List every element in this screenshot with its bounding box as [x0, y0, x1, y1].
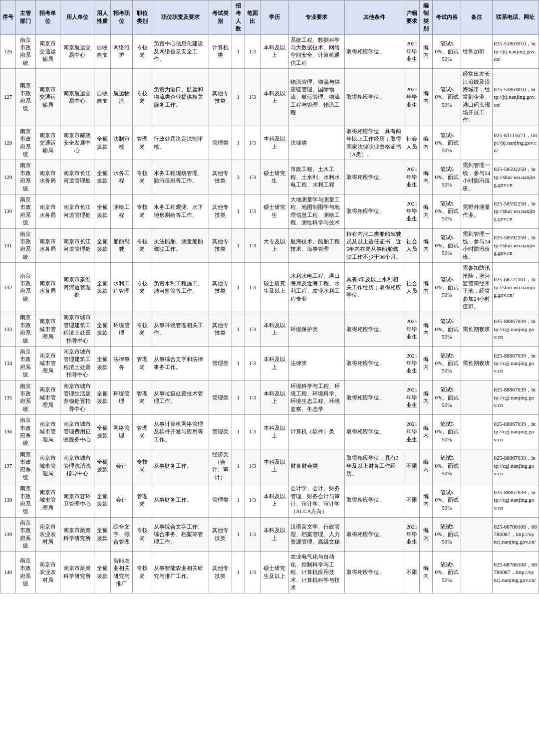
cell-major: 会计学、会计、财务管理、财务会计与审计、审计学、审计学（ACCA方向） [288, 483, 344, 518]
cell-edu: 本科及以上 [260, 69, 288, 126]
cell-ratio: 1∶3 [245, 415, 260, 449]
cell-cat: 专技岗 [132, 160, 152, 194]
cell-ratio: 1∶3 [245, 69, 260, 126]
cell-num: 3 [232, 160, 245, 194]
table-row: 140南京市政府系统南京市农业农村局南京市蔬菜科学研究所全额拨款智能农业相关研究… [0, 552, 539, 593]
cell-exam2: 笔试50%、面试50% [433, 347, 461, 381]
cell-exam: 管理类 [209, 126, 232, 160]
table-row: 129南京市政府系统南京市水务局南京市长江河道管理处全额拨款水务工程专技岗水务工… [0, 160, 539, 194]
cell-unit: 南京市蔬菜科学研究所 [60, 517, 94, 552]
cell-sys: 南京市政府系统 [16, 517, 35, 552]
cell-edu: 硕士研究生 [260, 194, 288, 228]
header-contact: 联系电话、网址 [492, 0, 539, 35]
cell-major: 环境保护类 [288, 312, 344, 347]
cell-note: 需参加防汛抢险，涉河监管需经常下地，经常参加24小时值班。 [461, 263, 492, 312]
cell-ratio: 1∶3 [245, 263, 260, 312]
cell-no: 134 [0, 347, 16, 381]
cell-other: 取得相应学位。 [344, 483, 404, 518]
header-huji: 户籍要求 [404, 0, 420, 35]
table-row: 132南京市政府系统南京市水务局南京市秦淮河河道管理处全额拨款水利工程管理专技岗… [0, 263, 539, 312]
cell-duty: 从事计算机网络管理及软件开发与应用等工作。 [152, 415, 209, 449]
cell-sys: 南京市政府系统 [16, 194, 35, 228]
header-exam: 考试类别 [209, 0, 232, 35]
cell-dept: 南京市城市管理局 [35, 347, 60, 381]
cell-bianzhi: 编内 [420, 552, 433, 593]
cell-ratio: 1∶3 [245, 347, 260, 381]
cell-cat: 专技岗 [132, 194, 152, 228]
cell-other: 取得相应学位，具有3年及以上财务工作经历。 [344, 449, 404, 483]
cell-major: 汉语言文学、行政管理、档案管理、人力资源管理、高级文秘 [288, 517, 344, 552]
cell-exam: 管理类 [209, 380, 232, 415]
cell-pos: 水利工程管理 [110, 263, 132, 312]
table-row: 135南京市政府系统南京市城市管理局南京市城市管理生活废弃物处置指导中心全额拨款… [0, 380, 539, 415]
header-row: 序号 主管部门 招考单位 用人单位 用人性质 招考职位 职位类别 职位职责及要求… [0, 0, 539, 35]
cell-num: 1 [232, 552, 245, 593]
table-row: 139南京市政府系统南京市农业农村局南京市蔬菜科学研究所全额拨款综合文字、综合管… [0, 517, 539, 552]
cell-sys: 南京市政府系统 [16, 449, 35, 483]
cell-dept: 南京市城市管理局 [35, 380, 60, 415]
cell-nature: 全额拨款 [94, 160, 110, 194]
cell-huji: 2021年毕业生 [404, 194, 420, 228]
cell-dept: 南京市交通运输局 [35, 34, 60, 69]
header-cat: 职位类别 [132, 0, 152, 35]
cell-contact: 025-88867039，http://cgj.nanjing.gov.cn [492, 449, 539, 483]
cell-edu: 硕士研究生及以上 [260, 263, 288, 312]
cell-no: 130 [0, 194, 16, 228]
cell-huji: 不限 [404, 449, 420, 483]
cell-sys: 南京市政府系统 [16, 347, 35, 381]
cell-duty: 从事环境管理相关工作。 [152, 312, 209, 347]
cell-major: 大地测量学与测量工程、地图制图学与地理信息工程、测绘工程、测绘科学与技术 [288, 194, 344, 228]
cell-bianzhi: 编内 [420, 483, 433, 518]
cell-exam2: 笔试50%、面试50% [433, 380, 461, 415]
cell-unit: 南京航运交易中心 [60, 34, 94, 69]
cell-sys: 南京市政府系统 [16, 552, 35, 593]
cell-duty: 从事财务工作。 [152, 483, 209, 518]
cell-num: 1 [232, 34, 245, 69]
cell-major: 水利水电工程、港口海岸及近海工程、水利工程、农业水利工程专业 [288, 263, 344, 312]
cell-note: 经常出差长江沿线及沿海城市，经常到企业、港口码头现场开展工作。 [461, 69, 492, 126]
cell-cat: 管理岗 [132, 380, 152, 415]
cell-cat: 专技岗 [132, 517, 152, 552]
cell-exam2: 笔试50%、面试50% [433, 228, 461, 263]
cell-duty: 从事财务工作。 [152, 449, 209, 483]
cell-other: 取得相应学位。 [344, 517, 404, 552]
cell-no: 131 [0, 228, 16, 263]
cell-sys: 南京市政府系统 [16, 312, 35, 347]
cell-unit: 南京市城市管理生活废弃物处置指导中心 [60, 380, 94, 415]
cell-exam: 其他专技类 [209, 517, 232, 552]
header-dept: 招考单位 [35, 0, 60, 35]
cell-ratio: 1∶3 [245, 449, 260, 483]
cell-unit: 南京市城市管理建筑工程渣土处置指导中心 [60, 347, 94, 381]
cell-edu: 本科及以上 [260, 34, 288, 69]
cell-cat: 专技岗 [132, 228, 152, 263]
cell-contact: 025-88867039，http://cgj.nanjing.gov.cn [492, 483, 539, 518]
cell-sys: 南京市政府系统 [16, 126, 35, 160]
cell-no: 139 [0, 517, 16, 552]
cell-cat: 专技岗 [132, 552, 152, 593]
cell-cat: 管理岗 [132, 126, 152, 160]
cell-duty: 从事综合文字工作、综合事务、档案等管理工作。 [152, 517, 209, 552]
cell-pos: 环境管理 [110, 380, 132, 415]
cell-huji: 社会人员 [404, 263, 420, 312]
cell-ratio: 1∶3 [245, 312, 260, 347]
recruitment-table: 序号 主管部门 招考单位 用人单位 用人性质 招考职位 职位类别 职位职责及要求… [0, 0, 539, 593]
cell-other: 取得相应学位。 [344, 160, 404, 194]
cell-major: 物流管理、物流与供应链管理、国际物流、航运管理、物流工程与管理、物流工程 [288, 69, 344, 126]
cell-other: 取得相应学位。 [344, 69, 404, 126]
cell-contact: 025-58592258，http://shui wu.nanjing.gov.… [492, 194, 539, 228]
cell-nature: 全额拨款 [94, 552, 110, 593]
cell-duty: 从事综合文字和法律事务工作。 [152, 347, 209, 381]
cell-other: 具有3年及以上水利相关工作经历；取得相应学位。 [344, 263, 404, 312]
cell-bianzhi: 编内 [420, 449, 433, 483]
cell-major: 农业电气化与自动化、控制科学与工程、计算机应用技术、计算机科学与技术 [288, 552, 344, 593]
cell-no: 128 [0, 126, 16, 160]
cell-nature: 全额拨款 [94, 347, 110, 381]
cell-contact: 025-88867039，http://cgj.nanjing.gov.cn [492, 415, 539, 449]
cell-unit: 南京市蔬菜科学研究所 [60, 552, 94, 593]
cell-major: 法律类 [288, 347, 344, 381]
cell-unit: 南京市长江河道管理处 [60, 194, 94, 228]
cell-bianzhi: 编内 [420, 517, 433, 552]
cell-exam: 其他专技类 [209, 312, 232, 347]
cell-major: 财务财会类 [288, 449, 344, 483]
header-exam2: 考试内容 [433, 0, 461, 35]
